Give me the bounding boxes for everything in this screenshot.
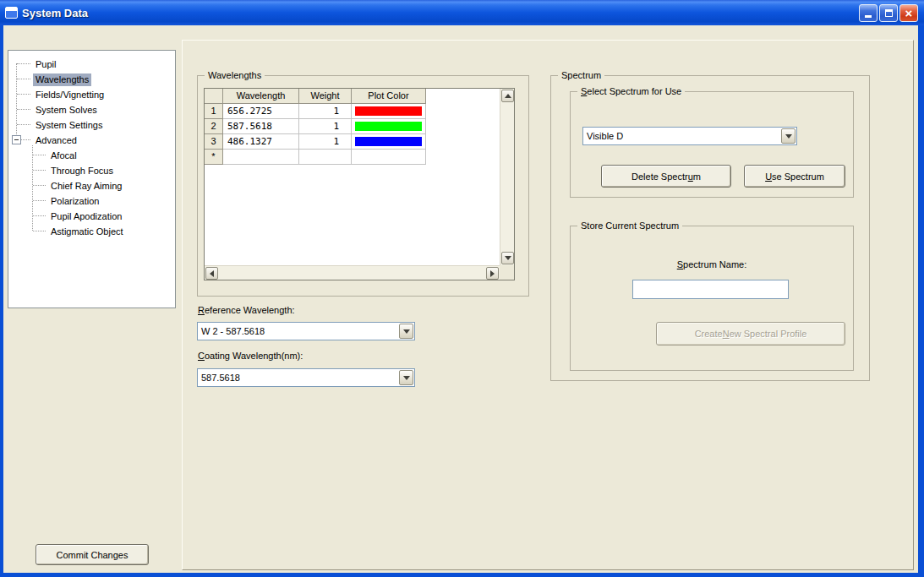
tree-item-fields-vignetting[interactable]: Fields/Vignetting	[8, 86, 175, 101]
chevron-down-icon	[403, 376, 410, 380]
dropdown-button[interactable]	[399, 324, 413, 339]
coating-wavelength-combo[interactable]: 587.5618	[197, 368, 415, 387]
tree-item-polarization[interactable]: Polarization	[8, 193, 175, 208]
titlebar[interactable]: System Data ×	[0, 0, 924, 25]
tree-item-label: Pupil	[33, 58, 58, 71]
wavelength-cell[interactable]: 587.5618	[223, 119, 299, 134]
tree-item-wavelengths[interactable]: Wavelengths	[8, 71, 175, 86]
tree-item-astigmatic-object[interactable]: Astigmatic Object	[8, 223, 175, 238]
spectrum-name-label: Spectrum Name:	[571, 259, 853, 270]
color-swatch	[355, 152, 422, 161]
store-spectrum-group-label: Store Current Spectrum	[577, 220, 682, 231]
system-data-window: System Data × Pupil Wavelengths Fields/V…	[0, 0, 924, 577]
arrow-right-icon	[490, 270, 495, 277]
plot-color-cell[interactable]	[352, 134, 426, 150]
scroll-left-button[interactable]	[205, 267, 218, 280]
caption-buttons: ×	[859, 4, 918, 22]
coating-wavelength-label: Coating Wavelength(nm):	[198, 350, 303, 362]
spectrum-select-combo[interactable]: Visible D	[582, 127, 797, 145]
spectrum-name-input[interactable]	[632, 280, 789, 299]
plot-color-cell[interactable]	[352, 119, 426, 134]
horizontal-scrollbar[interactable]	[205, 265, 500, 280]
table-row: *	[205, 150, 500, 165]
scrollbar-corner	[500, 265, 514, 280]
window-title: System Data	[22, 7, 88, 19]
wavelength-cell[interactable]: 486.1327	[223, 134, 299, 150]
col-header-plot-color: Plot Color	[352, 89, 426, 104]
tree-item-chief-ray-aiming[interactable]: Chief Ray Aiming	[8, 177, 175, 193]
combo-value: Visible D	[583, 131, 781, 141]
use-spectrum-button[interactable]: Use Spectrum	[744, 165, 845, 188]
color-swatch	[355, 122, 422, 131]
tree-item-afocal[interactable]: Afocal	[8, 147, 175, 162]
table-row: 1 656.2725 1	[205, 104, 500, 119]
delete-spectrum-button[interactable]: Delete Spectrum	[601, 165, 731, 188]
tree-item-label: Astigmatic Object	[48, 226, 126, 238]
dropdown-button[interactable]	[399, 370, 413, 385]
spectrum-group-label: Spectrum	[558, 69, 604, 81]
table-row: 2 587.5618 1	[205, 119, 500, 134]
create-spectral-profile-button[interactable]: Create New Spectral Profile	[656, 322, 845, 346]
color-swatch	[355, 137, 422, 146]
color-swatch	[355, 106, 422, 116]
vertical-scrollbar[interactable]	[500, 89, 514, 265]
close-icon: ×	[905, 7, 913, 19]
tree-item-advanced[interactable]: Advanced	[8, 132, 175, 147]
chevron-down-icon	[785, 134, 792, 139]
wavelengths-group-label: Wavelengths	[205, 69, 265, 81]
weight-cell[interactable]: 1	[299, 134, 352, 150]
select-spectrum-groupbox: Select Spectrum for Use Visible D Delete…	[570, 91, 854, 198]
plot-color-cell[interactable]	[352, 150, 426, 165]
tree-item-system-solves[interactable]: System Solves	[8, 101, 175, 117]
tree-item-label: Afocal	[48, 150, 79, 162]
row-header[interactable]: 3	[205, 134, 223, 150]
reference-wavelength-label: Reference Wavelength:	[198, 304, 295, 316]
minimize-button[interactable]	[859, 4, 878, 22]
scroll-down-button[interactable]	[501, 252, 514, 264]
wavelengths-groupbox: Wavelengths Wavelength Weight Plot Color…	[197, 75, 529, 297]
tree-item-label: Chief Ray Aiming	[48, 180, 124, 193]
minimize-icon	[865, 15, 872, 18]
tree-item-label: Advanced	[33, 134, 79, 147]
dropdown-button[interactable]	[781, 128, 796, 144]
wavelength-cell[interactable]: 656.2725	[223, 104, 299, 119]
close-button[interactable]: ×	[899, 4, 918, 22]
scroll-up-button[interactable]	[501, 90, 514, 102]
weight-cell[interactable]	[299, 150, 352, 165]
dialog-body: Pupil Wavelengths Fields/Vignetting Syst…	[3, 25, 918, 573]
wavelengths-table: Wavelength Weight Plot Color 1 656.2725 …	[204, 88, 515, 280]
maximize-icon	[885, 9, 893, 17]
tree-item-label: System Settings	[33, 119, 105, 132]
tree-item-system-settings[interactable]: System Settings	[8, 117, 175, 132]
weight-cell[interactable]: 1	[299, 104, 352, 119]
tree-item-through-focus[interactable]: Through Focus	[8, 162, 175, 177]
table-header-row: Wavelength Weight Plot Color	[205, 89, 500, 104]
tree-item-label: Polarization	[48, 195, 101, 208]
arrow-down-icon	[505, 256, 511, 260]
store-spectrum-groupbox: Store Current Spectrum Spectrum Name: Cr…	[570, 226, 854, 371]
weight-cell[interactable]: 1	[299, 119, 352, 134]
arrow-up-icon	[505, 94, 511, 98]
tree-item-pupil-apodization[interactable]: Pupil Apodization	[8, 208, 175, 223]
reference-wavelength-combo[interactable]: W 2 - 587.5618	[197, 322, 415, 340]
col-header-weight: Weight	[299, 89, 352, 104]
arrow-left-icon	[210, 270, 214, 277]
col-header-wavelength: Wavelength	[223, 89, 299, 104]
maximize-button[interactable]	[879, 4, 898, 22]
tree-item-label: Fields/Vignetting	[33, 89, 107, 101]
row-header[interactable]: 1	[205, 104, 223, 119]
window-icon	[5, 7, 18, 19]
tree-item-pupil[interactable]: Pupil	[8, 56, 175, 71]
collapse-icon[interactable]	[12, 135, 21, 144]
combo-value: 587.5618	[198, 373, 399, 383]
wavelength-cell[interactable]	[223, 150, 299, 165]
row-header[interactable]: 2	[205, 119, 223, 134]
tree-item-label: System Solves	[33, 104, 100, 117]
tree-item-label: Pupil Apodization	[48, 210, 124, 223]
commit-changes-button[interactable]: Commit Changes	[36, 544, 149, 565]
tree-item-label: Through Focus	[48, 165, 116, 177]
row-header[interactable]: *	[205, 150, 223, 165]
plot-color-cell[interactable]	[352, 104, 426, 119]
combo-value: W 2 - 587.5618	[198, 326, 399, 336]
scroll-right-button[interactable]	[486, 267, 499, 280]
